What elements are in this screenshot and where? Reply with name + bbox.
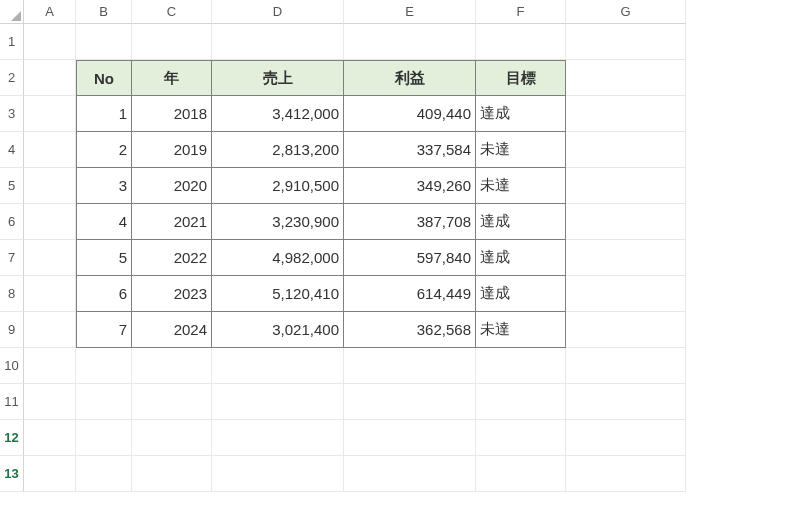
table-cell[interactable]: 337,584 (344, 132, 476, 168)
row-header-9[interactable]: 9 (0, 312, 24, 348)
cell-A6[interactable] (24, 204, 76, 240)
table-header-year[interactable]: 年 (132, 60, 212, 96)
col-header-F[interactable]: F (476, 0, 566, 24)
table-cell[interactable]: 7 (76, 312, 132, 348)
cell-A10[interactable] (24, 348, 76, 384)
cell-C1[interactable] (132, 24, 212, 60)
cell-A5[interactable] (24, 168, 76, 204)
row-header-7[interactable]: 7 (0, 240, 24, 276)
cell-E13[interactable] (344, 456, 476, 492)
col-header-C[interactable]: C (132, 0, 212, 24)
table-cell[interactable]: 達成 (476, 240, 566, 276)
cell-F12[interactable] (476, 420, 566, 456)
cell-B11[interactable] (76, 384, 132, 420)
table-cell[interactable]: 2,813,200 (212, 132, 344, 168)
spreadsheet-grid[interactable]: A B C D E F G 1 2 No 年 売上 利益 目標 3 1 2018… (0, 0, 800, 492)
row-header-3[interactable]: 3 (0, 96, 24, 132)
table-cell[interactable]: 3,412,000 (212, 96, 344, 132)
cell-G2[interactable] (566, 60, 686, 96)
table-cell[interactable]: 3,021,400 (212, 312, 344, 348)
col-header-G[interactable]: G (566, 0, 686, 24)
table-cell[interactable]: 2022 (132, 240, 212, 276)
table-cell[interactable]: 614,449 (344, 276, 476, 312)
row-header-6[interactable]: 6 (0, 204, 24, 240)
cell-D11[interactable] (212, 384, 344, 420)
row-header-13[interactable]: 13 (0, 456, 24, 492)
table-header-profit[interactable]: 利益 (344, 60, 476, 96)
table-cell[interactable]: 409,440 (344, 96, 476, 132)
cell-B1[interactable] (76, 24, 132, 60)
cell-A12[interactable] (24, 420, 76, 456)
cell-C13[interactable] (132, 456, 212, 492)
cell-A1[interactable] (24, 24, 76, 60)
table-cell[interactable]: 6 (76, 276, 132, 312)
table-cell[interactable]: 349,260 (344, 168, 476, 204)
table-cell[interactable]: 2024 (132, 312, 212, 348)
table-cell[interactable]: 5 (76, 240, 132, 276)
col-header-A[interactable]: A (24, 0, 76, 24)
table-cell[interactable]: 未達 (476, 168, 566, 204)
cell-F1[interactable] (476, 24, 566, 60)
cell-A8[interactable] (24, 276, 76, 312)
table-cell[interactable]: 362,568 (344, 312, 476, 348)
cell-E10[interactable] (344, 348, 476, 384)
row-header-5[interactable]: 5 (0, 168, 24, 204)
row-header-2[interactable]: 2 (0, 60, 24, 96)
cell-G10[interactable] (566, 348, 686, 384)
table-header-target[interactable]: 目標 (476, 60, 566, 96)
table-cell[interactable]: 2 (76, 132, 132, 168)
table-cell[interactable]: 達成 (476, 276, 566, 312)
col-header-E[interactable]: E (344, 0, 476, 24)
cell-G3[interactable] (566, 96, 686, 132)
cell-A11[interactable] (24, 384, 76, 420)
table-cell[interactable]: 2019 (132, 132, 212, 168)
cell-F11[interactable] (476, 384, 566, 420)
cell-G11[interactable] (566, 384, 686, 420)
table-cell[interactable]: 3,230,900 (212, 204, 344, 240)
cell-B10[interactable] (76, 348, 132, 384)
cell-A3[interactable] (24, 96, 76, 132)
table-cell[interactable]: 未達 (476, 312, 566, 348)
cell-G4[interactable] (566, 132, 686, 168)
row-header-11[interactable]: 11 (0, 384, 24, 420)
cell-E1[interactable] (344, 24, 476, 60)
table-cell[interactable]: 597,840 (344, 240, 476, 276)
cell-G1[interactable] (566, 24, 686, 60)
cell-A4[interactable] (24, 132, 76, 168)
table-cell[interactable]: 達成 (476, 204, 566, 240)
cell-C10[interactable] (132, 348, 212, 384)
cell-A2[interactable] (24, 60, 76, 96)
cell-D12[interactable] (212, 420, 344, 456)
cell-E12[interactable] (344, 420, 476, 456)
cell-C12[interactable] (132, 420, 212, 456)
row-header-1[interactable]: 1 (0, 24, 24, 60)
cell-F13[interactable] (476, 456, 566, 492)
table-cell[interactable]: 達成 (476, 96, 566, 132)
cell-D13[interactable] (212, 456, 344, 492)
cell-D1[interactable] (212, 24, 344, 60)
cell-A9[interactable] (24, 312, 76, 348)
cell-B12[interactable] (76, 420, 132, 456)
table-cell[interactable]: 2018 (132, 96, 212, 132)
cell-G12[interactable] (566, 420, 686, 456)
table-header-sales[interactable]: 売上 (212, 60, 344, 96)
cell-D10[interactable] (212, 348, 344, 384)
row-header-8[interactable]: 8 (0, 276, 24, 312)
cell-A13[interactable] (24, 456, 76, 492)
table-cell[interactable]: 2023 (132, 276, 212, 312)
cell-G5[interactable] (566, 168, 686, 204)
table-cell[interactable]: 1 (76, 96, 132, 132)
col-header-D[interactable]: D (212, 0, 344, 24)
col-header-B[interactable]: B (76, 0, 132, 24)
table-cell[interactable]: 2020 (132, 168, 212, 204)
select-all-corner[interactable] (0, 0, 24, 24)
row-header-10[interactable]: 10 (0, 348, 24, 384)
cell-G13[interactable] (566, 456, 686, 492)
table-cell[interactable]: 387,708 (344, 204, 476, 240)
table-header-no[interactable]: No (76, 60, 132, 96)
cell-C11[interactable] (132, 384, 212, 420)
cell-F10[interactable] (476, 348, 566, 384)
cell-A7[interactable] (24, 240, 76, 276)
cell-G9[interactable] (566, 312, 686, 348)
table-cell[interactable]: 3 (76, 168, 132, 204)
